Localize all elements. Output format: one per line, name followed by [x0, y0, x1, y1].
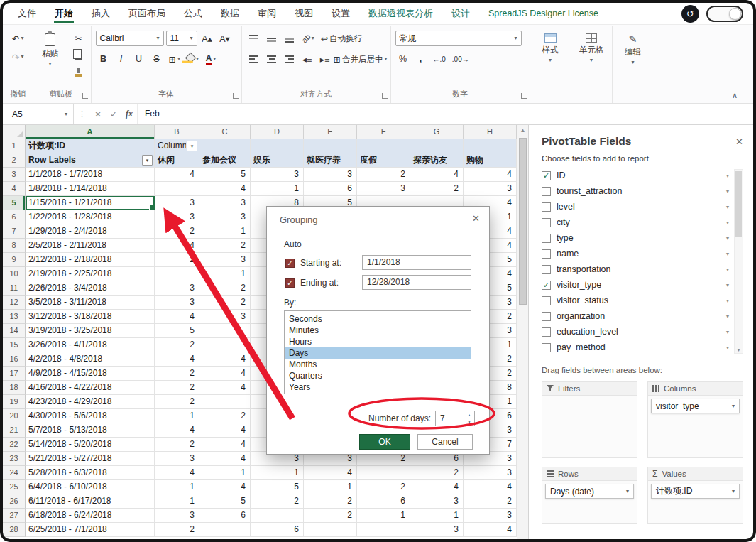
- scroll-up-icon[interactable]: ▲: [517, 125, 528, 136]
- cell-category-header[interactable]: 就医疗养: [304, 153, 357, 168]
- scroll-down-icon[interactable]: ▼: [735, 347, 743, 352]
- field-checkbox[interactable]: ✓: [542, 281, 551, 290]
- cancel-button[interactable]: Cancel: [417, 434, 473, 450]
- columns-dropzone[interactable]: visitor_type▾: [647, 396, 743, 458]
- column-header[interactable]: H: [464, 125, 517, 139]
- comma-style-button[interactable]: ,: [413, 51, 429, 67]
- chevron-down-icon[interactable]: ▾: [726, 298, 729, 304]
- column-header[interactable]: C: [199, 125, 251, 139]
- field-checkbox[interactable]: ✓: [542, 234, 551, 243]
- row-header[interactable]: 2: [3, 153, 26, 168]
- ending-at-checkbox[interactable]: ✓: [285, 278, 295, 288]
- scrollbar-thumb[interactable]: [735, 171, 742, 237]
- field-chip[interactable]: Days (date)▾: [545, 484, 634, 499]
- cell[interactable]: [410, 139, 464, 153]
- cell[interactable]: [357, 139, 410, 153]
- starting-at-checkbox[interactable]: ✓: [285, 259, 295, 268]
- cell-date-range[interactable]: 3/12/2018 - 3/18/2018: [26, 310, 155, 324]
- chevron-down-icon[interactable]: ▾: [726, 345, 729, 351]
- cell-date-range[interactable]: 4/16/2018 - 4/22/2018: [26, 381, 155, 395]
- percent-style-button[interactable]: %: [395, 51, 411, 67]
- cell-value[interactable]: 1: [155, 494, 199, 509]
- row-header[interactable]: 26: [3, 494, 26, 509]
- increase-indent-button[interactable]: ▸≡: [317, 51, 333, 67]
- cell-category-header[interactable]: 娱乐: [251, 153, 304, 168]
- row-header[interactable]: 11: [3, 281, 26, 296]
- cell-value[interactable]: 2: [199, 239, 251, 253]
- cell-value[interactable]: [199, 324, 251, 338]
- chevron-down-icon[interactable]: ▾: [726, 266, 729, 273]
- cell-value[interactable]: 4: [464, 523, 517, 537]
- chevron-down-icon[interactable]: ▾: [726, 282, 729, 288]
- cell-value[interactable]: 5: [155, 324, 199, 338]
- menu-tab[interactable]: 数据: [212, 3, 248, 24]
- number-format-select[interactable]: 常规▾: [395, 31, 522, 46]
- list-option[interactable]: Days: [285, 347, 471, 359]
- cell-date-range[interactable]: 2/12/2018 - 2/18/2018: [26, 253, 155, 267]
- cell-value[interactable]: 2: [199, 296, 251, 310]
- cell-value[interactable]: 4: [199, 452, 251, 466]
- chevron-down-icon[interactable]: ▾: [726, 235, 729, 242]
- menu-tab[interactable]: 设置: [322, 3, 359, 24]
- cell-date-range[interactable]: 1/22/2018 - 1/28/2018: [26, 210, 155, 224]
- decrease-decimal-button[interactable]: .00→: [450, 51, 471, 67]
- field-row[interactable]: ✓ level ▾: [542, 199, 729, 215]
- rows-dropzone[interactable]: Days (date)▾: [542, 481, 637, 524]
- cell-value[interactable]: 3: [410, 494, 464, 509]
- row-header[interactable]: 8: [3, 239, 26, 253]
- column-header[interactable]: E: [304, 125, 357, 139]
- cell-value[interactable]: 2: [155, 367, 199, 381]
- column-filter-button[interactable]: ▾: [187, 141, 197, 151]
- field-checkbox[interactable]: ✓: [542, 187, 551, 196]
- cell-value[interactable]: 3: [410, 523, 464, 537]
- row-header[interactable]: 7: [3, 224, 26, 239]
- cell-value[interactable]: 2: [155, 523, 199, 537]
- grow-font-button[interactable]: A▴: [199, 31, 215, 46]
- cell-date-range[interactable]: 2/5/2018 - 2/11/2018: [26, 239, 155, 253]
- cell-value[interactable]: 4: [199, 381, 251, 395]
- cell-value[interactable]: 4: [155, 352, 199, 367]
- cell-value[interactable]: 5: [199, 494, 251, 509]
- cell-value[interactable]: 4: [410, 168, 464, 182]
- cell-value[interactable]: 1: [304, 480, 357, 494]
- row-header[interactable]: 6: [3, 210, 26, 224]
- shrink-font-button[interactable]: A▾: [217, 31, 233, 46]
- number-of-days-input[interactable]: 7 ▲ ▼: [435, 411, 475, 426]
- borders-button[interactable]: ⊞▾: [167, 51, 183, 67]
- cell-value[interactable]: 2: [357, 480, 410, 494]
- cell-date-range[interactable]: 6/4/2018 - 6/10/2018: [26, 480, 155, 494]
- field-checkbox[interactable]: ✓: [542, 171, 551, 180]
- cell-value[interactable]: [304, 523, 357, 537]
- row-header[interactable]: 5: [3, 196, 26, 210]
- cell-value[interactable]: 6: [199, 509, 251, 523]
- cell-value[interactable]: 2: [410, 182, 464, 196]
- field-row[interactable]: ✓ organization ▾: [542, 308, 729, 324]
- cell-value[interactable]: 2: [155, 224, 199, 239]
- cell-value[interactable]: 1: [410, 509, 464, 523]
- cell-value[interactable]: 1: [251, 466, 304, 480]
- ok-button[interactable]: OK: [359, 434, 410, 450]
- field-checkbox[interactable]: ✓: [542, 202, 551, 212]
- cell-value[interactable]: [357, 466, 410, 480]
- cell-value[interactable]: 1: [155, 409, 199, 423]
- menu-tab[interactable]: 数据透视表分析: [359, 3, 442, 24]
- cell-value[interactable]: 4: [199, 438, 251, 452]
- cell-value[interactable]: 3: [155, 281, 199, 296]
- align-bottom-button[interactable]: [282, 31, 297, 46]
- collapse-ribbon-button[interactable]: ∧: [732, 91, 738, 100]
- cell-value[interactable]: [155, 182, 199, 196]
- cell-value[interactable]: 3: [155, 210, 199, 224]
- field-checkbox[interactable]: ✓: [542, 249, 551, 259]
- cell-value[interactable]: 2: [155, 438, 199, 452]
- column-header[interactable]: A: [26, 125, 155, 139]
- cell-value[interactable]: 4: [410, 480, 464, 494]
- list-option[interactable]: Years: [285, 381, 471, 393]
- close-icon[interactable]: ✕: [735, 136, 743, 147]
- cell-date-range[interactable]: 1/8/2018 - 1/14/2018: [26, 182, 155, 196]
- refresh-icon[interactable]: ↺: [681, 5, 699, 23]
- field-checkbox[interactable]: ✓: [542, 343, 551, 352]
- cell-value[interactable]: 4: [199, 182, 251, 196]
- insert-function-button[interactable]: fx: [121, 107, 137, 122]
- chevron-down-icon[interactable]: ▾: [726, 251, 729, 257]
- cell-value[interactable]: 3: [464, 466, 517, 480]
